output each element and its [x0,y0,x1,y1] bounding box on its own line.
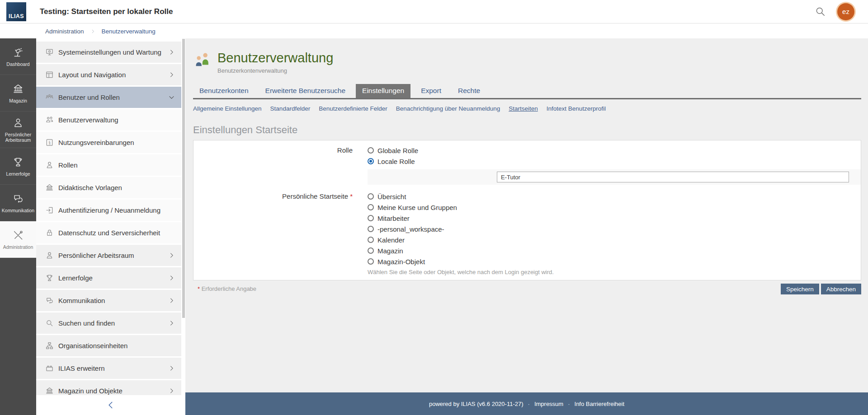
users-two-icon [45,116,54,124]
sidebar-item-organisationseinheiten[interactable]: Organisationseinheiten [36,335,181,356]
sidebar-item-kommunikation[interactable]: Kommunikation [36,290,181,311]
chat-icon [45,296,54,305]
rail-item-label: Magazin [8,98,28,103]
sidebar-item-label: Didaktische Vorlagen [58,184,122,191]
rail-item-personlicher-arbeitsraum[interactable]: Persönlicher Arbeitsraum [0,112,36,148]
rail-item-kommunikation[interactable]: Kommunikation [0,185,36,221]
sidebar-item-nutzungsvereinbarungen[interactable]: §Nutzungsvereinbarungen [36,132,181,153]
local-role-input[interactable] [497,172,849,182]
radio-option-label: Magazin [377,247,403,255]
sidebar-item-label: Systemeinstellungen und Wartung [58,48,161,56]
form-row: RolleGlobale RolleLocale Rolle [193,145,861,185]
radio-option-globale-rolle[interactable]: Globale Rolle [368,145,861,156]
radio-option-kalender[interactable]: Kalender [368,234,861,245]
radio-option-label: Globale Rolle [377,147,418,154]
login-icon [45,206,54,214]
sidebar-item-datenschutz-und-serversicherheit[interactable]: Datenschutz und Serversicherheit [36,222,181,243]
rail-item-magazin[interactable]: Magazin [0,75,36,112]
sidebar-item-label: Datenschutz und Serversicherheit [58,229,160,237]
abbrechen-button[interactable]: Abbrechen [821,284,861,294]
breadcrumb-link-administration[interactable]: Administration [45,28,84,35]
radio-option-magazin[interactable]: Magazin [368,245,861,256]
tools-icon [12,229,24,241]
rail-item-label: Persönlicher Arbeitsraum [0,132,36,143]
radio-option-locale-rolle[interactable]: Locale Rolle [368,156,861,167]
subtab-benachrichtigung-uber-neuanmeldung[interactable]: Benachrichtigung über Neuanmeldung [396,105,500,112]
rail-item-administration[interactable]: Administration [0,221,36,258]
radio-icon [368,193,374,200]
main-menu-rail: DashboardMagazinPersönlicher Arbeitsraum… [0,38,36,415]
sidebar-item-benutzer-und-rollen[interactable]: Benutzer und Rollen [36,87,181,108]
sidebar-item-label: Rollen [58,161,78,169]
search-icon[interactable] [814,5,826,18]
sidebar-item-personlicher-arbeitsraum[interactable]: Persönlicher Arbeitsraum [36,245,181,266]
page-subtitle: Benutzerkontenverwaltung [217,67,333,74]
subtab-benutzerdefinierte-felder[interactable]: Benutzerdefinierte Felder [319,105,387,112]
desk-lamp-icon [12,47,24,58]
breadcrumb-link-benutzerverwaltung[interactable]: Benutzerverwaltung [102,28,156,35]
tab-benutzerkonten[interactable]: Benutzerkonten [193,84,255,98]
avatar[interactable]: ez [837,3,854,20]
bank-icon [45,387,54,395]
sidebar-item-layout-und-navigation[interactable]: Layout und Navigation [36,64,181,85]
sidebar-item-magazin-und-objekte[interactable]: Magazin und Objekte [36,380,181,395]
sidebar-item-benutzerverwaltung[interactable]: Benutzerverwaltung [36,109,181,131]
chevron-right-icon [168,365,175,372]
breadcrumb: AdministrationBenutzerverwaltung [0,24,868,38]
sidebar-item-authentifizierung-neuanmeldung[interactable]: Authentifizierung / Neuanmeldung [36,200,181,221]
chevron-right-icon [168,252,175,259]
ilias-logo[interactable]: ILIAS [6,2,26,21]
sidebar-item-ilias-erweitern[interactable]: ILIAS erweitern [36,358,181,379]
sidebar-item-label: Organisationseinheiten [58,342,127,350]
rail-item-label: Administration [2,244,35,250]
radio-dot [369,160,372,163]
chevron-left-icon[interactable] [106,400,116,410]
radio-option-magazin-objekt[interactable]: Magazin-Objekt [368,256,861,267]
speichern-button[interactable]: Speichern [781,284,819,294]
tab-einstellungen[interactable]: Einstellungen [356,84,410,98]
tab-rechte[interactable]: Rechte [452,84,486,98]
subtab-startseiten[interactable]: Startseiten [509,105,538,112]
radio-option-meine-kurse-und-gruppen[interactable]: Meine Kurse und Gruppen [368,202,861,213]
rail-item-label: Kommunikation [0,208,36,213]
subtab-allgemeine-einstellungen[interactable]: Allgemeine Einstellungen [193,105,262,112]
rail-item-lernerfolge[interactable]: Lernerfolge [0,148,36,185]
sidebar-item-label: Kommunikation [58,297,105,304]
person-icon [45,251,54,260]
bank-icon [45,183,54,192]
chevron-right-icon [168,49,175,56]
form-meta-row: * Erforderliche Angabe SpeichernAbbreche… [193,284,861,294]
powered-by-link[interactable]: powered by ILIAS (v6.6 2020-11-27) [429,401,524,407]
administration-menu: Systemeinstellungen und WartungLayout un… [36,38,181,395]
sidebar-item-label: Persönlicher Arbeitsraum [58,252,134,259]
chevron-right-icon [168,297,175,304]
sidebar-item-suchen-und-finden[interactable]: Suchen und finden [36,312,181,334]
tab-export[interactable]: Export [415,84,448,98]
form-section-heading: Einstellungen Startseite [193,124,861,136]
svg-text:§: § [48,140,51,145]
radio-option-mitarbeiter[interactable]: Mitarbeiter [368,213,861,224]
tab-bar: BenutzerkontenErweiterte BenutzersucheEi… [193,84,861,99]
sidebar-item-didaktische-vorlagen[interactable]: Didaktische Vorlagen [36,177,181,198]
content-header: Benutzerverwaltung Benutzerkontenverwalt… [193,51,861,74]
radio-option-ubersicht[interactable]: Übersicht [368,191,861,202]
tab-erweiterte-benutzersuche[interactable]: Erweiterte Benutzersuche [259,84,352,98]
radio-option-personal-workspace[interactable]: -personal_workspace- [368,224,861,234]
footer-link-info-barrierefreiheit[interactable]: Info Barrierefreiheit [575,401,625,407]
sidebar-scrollbar[interactable] [182,39,185,318]
input-band [368,169,861,185]
sidebar-item-systemeinstellungen-und-wartung[interactable]: Systemeinstellungen und Wartung [36,42,181,63]
bank-icon [12,83,24,95]
sidebar-item-lernerfolge[interactable]: Lernerfolge [36,267,181,289]
sidebar-item-label: Nutzungsvereinbarungen [58,139,134,146]
radio-icon [368,226,374,232]
subtab-standardfelder[interactable]: Standardfelder [270,105,311,112]
rail-item-dashboard[interactable]: Dashboard [0,38,36,75]
top-bar: ILIAS Testing: Startseiten per lokaler R… [0,0,868,23]
sidebar-item-rollen[interactable]: Rollen [36,154,181,176]
sidebar-item-label: Suchen und finden [58,319,115,327]
radio-icon [368,204,374,210]
orgchart-icon [45,341,54,350]
subtab-infotext-benutzerprofil[interactable]: Infotext Benutzerprofil [547,105,606,112]
footer-link-impressum[interactable]: Impressum [534,401,563,407]
